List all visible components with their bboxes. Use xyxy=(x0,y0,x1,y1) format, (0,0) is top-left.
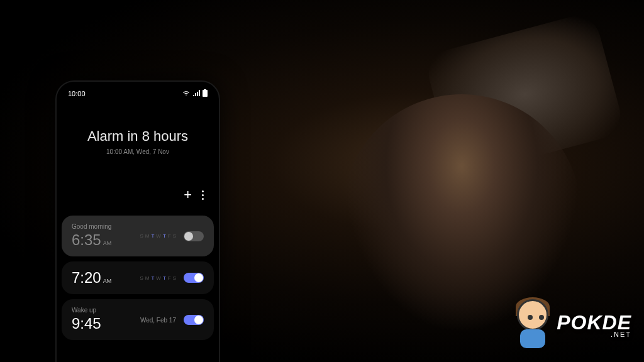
alarm-info: Wake up 9:45 xyxy=(72,307,101,332)
alarm-controls: Wed, Feb 17 xyxy=(140,315,204,325)
alarm-info: Good morning 6:35 AM xyxy=(72,223,111,249)
site-logo: POKDE .NET xyxy=(514,299,631,349)
day-m: M xyxy=(145,275,150,281)
day-f: F xyxy=(168,275,171,281)
action-row: + xyxy=(57,168,219,211)
status-icons xyxy=(182,89,208,98)
status-bar: 10:00 xyxy=(57,82,219,103)
alarm-time: 9:45 xyxy=(72,315,101,332)
status-time: 10:00 xyxy=(68,90,86,97)
alarm-list: Good morning 6:35 AM S M T W T F S xyxy=(57,211,219,345)
alarm-time: 6:35 xyxy=(72,231,101,249)
day-s2: S xyxy=(173,233,176,239)
battery-icon xyxy=(203,89,208,98)
alarm-card[interactable]: 7:20 AM S M T W T F S xyxy=(62,261,214,294)
day-w: W xyxy=(156,233,161,239)
alarm-card[interactable]: Good morning 6:35 AM S M T W T F S xyxy=(62,216,214,256)
alarm-date: Wed, Feb 17 xyxy=(140,317,176,324)
alarm-days: S M T W T F S xyxy=(140,233,176,239)
alarm-ampm: AM xyxy=(103,278,112,284)
alarm-ampm: AM xyxy=(103,240,112,246)
day-s: S xyxy=(140,275,143,281)
day-t2: T xyxy=(163,275,166,281)
person-silhouette xyxy=(342,94,581,333)
phone-mockup: 10:00 Alarm in 8 hours 10:00 AM, Wed, 7 … xyxy=(55,80,220,362)
svg-rect-1 xyxy=(203,90,208,97)
alarm-toggle[interactable] xyxy=(184,273,204,283)
alarm-label: Good morning xyxy=(72,223,111,230)
day-t: T xyxy=(151,275,154,281)
alarm-days: S M T W T F S xyxy=(140,275,176,281)
svg-rect-0 xyxy=(204,89,206,90)
day-t2: T xyxy=(163,233,166,239)
day-s: S xyxy=(140,233,143,239)
alarm-controls: S M T W T F S xyxy=(140,231,204,241)
page-title: Alarm in 8 hours xyxy=(69,128,206,145)
wifi-icon xyxy=(182,90,190,97)
page-subtitle: 10:00 AM, Wed, 7 Nov xyxy=(69,148,206,155)
alarm-label: Wake up xyxy=(72,307,101,314)
day-w: W xyxy=(156,275,161,281)
signal-icon xyxy=(192,90,200,97)
alarm-card[interactable]: Wake up 9:45 Wed, Feb 17 xyxy=(62,299,214,340)
alarm-toggle[interactable] xyxy=(184,315,204,325)
alarm-controls: S M T W T F S xyxy=(140,273,204,283)
day-s2: S xyxy=(173,275,176,281)
alarm-time: 7:20 xyxy=(72,269,101,287)
logo-mascot xyxy=(514,299,552,349)
day-f: F xyxy=(168,233,171,239)
more-menu-button[interactable] xyxy=(202,190,204,200)
logo-text: POKDE .NET xyxy=(557,311,631,338)
day-t: T xyxy=(151,233,154,239)
add-alarm-button[interactable]: + xyxy=(184,187,192,203)
alarm-header: Alarm in 8 hours 10:00 AM, Wed, 7 Nov xyxy=(57,103,219,168)
alarm-info: 7:20 AM xyxy=(72,269,111,287)
day-m: M xyxy=(145,233,150,239)
alarm-toggle[interactable] xyxy=(184,231,204,241)
